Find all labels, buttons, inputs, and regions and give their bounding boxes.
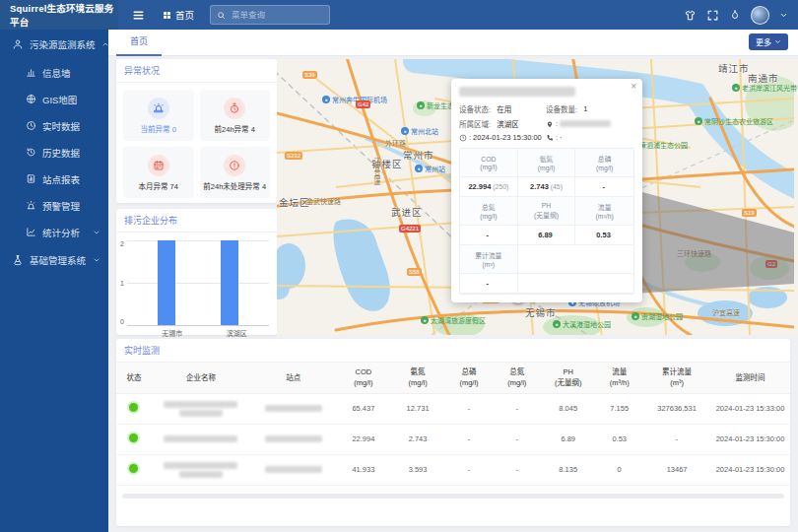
poi-marker-icon: ● — [695, 117, 702, 125]
metric-value: 0.53 — [575, 226, 633, 245]
status-dot-green — [129, 464, 138, 473]
horizontal-scrollbar[interactable] — [122, 494, 784, 499]
poi-marker-icon: ● — [401, 127, 409, 135]
map-canvas[interactable]: 靖江市南通市港市常州市钟楼区武进区金坛区无锡市滨湖区金武快速路三环快速路沪宜高速… — [277, 59, 798, 335]
tabbar: 首页 更多 — [108, 30, 798, 56]
sidebar-item-line-chart[interactable]: 统计分析 — [0, 219, 108, 245]
topbar-home-link[interactable]: 首页 — [163, 8, 194, 22]
sidebar-item-report[interactable]: 站点报表 — [0, 166, 108, 192]
bar-chart: 210 — [116, 233, 277, 326]
table-row[interactable]: 22.9942.743--6.890.53-2024-01-23 15:30:0… — [116, 424, 790, 454]
column-header: 氨氮(mg/l) — [391, 363, 445, 393]
column-header: PH(无量纲) — [541, 363, 595, 393]
value-cell: - — [493, 393, 541, 424]
popup-close-icon[interactable]: × — [631, 82, 636, 92]
sidebar-item-clock[interactable]: 实时数据 — [0, 112, 108, 139]
stat-grid: 当前异常 0前24h异常 4本月异常 74前24h未处理异常 4 — [116, 83, 277, 205]
fullscreen-icon[interactable] — [706, 9, 719, 22]
value-cell: 12.731 — [391, 393, 445, 424]
map-city-label: 金坛区 — [279, 195, 310, 209]
map-poi-label[interactable]: ●常州站 — [415, 164, 445, 173]
map-poi-label[interactable]: ●大溪港湿地公园 — [553, 319, 611, 329]
map-city-label: 武进区 — [391, 205, 423, 219]
clock-icon — [26, 120, 36, 131]
metric-header: 总氮(mg/l) — [460, 197, 518, 226]
search-input[interactable] — [230, 9, 312, 21]
y-tick: 0 — [120, 318, 124, 325]
value-cell: 2024-01-23 15:30:00 — [710, 454, 790, 485]
sidebar-item-info-wall[interactable]: 信息墙 — [0, 59, 108, 86]
station-popup: × 设备状态: 在用 设备数量: 1 所属区域: 滨湖区 : — [451, 79, 642, 302]
monitor-table-header: 状态企业名称站点COD(mg/l)氨氮(mg/l)总磷(mg/l)总氮(mg/l… — [116, 363, 790, 393]
value-cell: 0.53 — [595, 424, 643, 454]
phone-prefix: : — [556, 133, 558, 142]
sidebar-item-globe[interactable]: GIS地图 — [0, 86, 108, 112]
road-number-badge: G42 — [356, 100, 370, 108]
value-cell: 2024-01-23 15:30:00 — [710, 424, 790, 454]
flask-icon — [12, 254, 24, 266]
abnormal-status-panel: 异常状况 当前异常 0前24h异常 4本月异常 74前24h未处理异常 4 — [116, 59, 277, 203]
map-poi-label[interactable]: ●常州北站 — [401, 126, 438, 136]
flame-icon[interactable] — [729, 9, 741, 21]
user-chevron-down-icon[interactable] — [779, 11, 788, 20]
company-cell — [152, 393, 250, 424]
map-poi-label[interactable]: ●常州奔牛国际机场 — [322, 95, 387, 104]
map-poi-label[interactable]: ●太湖湾旅游度假区 — [421, 315, 486, 325]
company-cell — [152, 424, 250, 454]
metric-header: 总磷(mg/l) — [575, 149, 633, 177]
report-icon — [26, 173, 36, 184]
map-road-label: 金武快速路 — [306, 196, 341, 206]
menu-toggle-icon[interactable] — [132, 9, 145, 22]
status-cell — [116, 454, 152, 485]
sidebar-menu: 污染源监测系统信息墙GIS地图实时数据历史数据站点报表预警管理统计分析基础管理系… — [0, 30, 108, 275]
value-cell: 8.135 — [541, 454, 595, 485]
sidebar-section-1[interactable]: 基础管理系统 — [0, 245, 108, 275]
map-poi-label[interactable]: ●常阴沙生态农业旅游区 — [695, 116, 773, 126]
table-row[interactable]: 41.9333.593--8.1350134672024-01-23 15:30… — [116, 454, 790, 485]
sidebar-item-history[interactable]: 历史数据 — [0, 139, 108, 166]
chart-plot — [127, 240, 269, 326]
tab-home[interactable]: 首页 — [116, 30, 162, 56]
monitor-table-body: 65.43712.731--8.0457.155327636.5312024-0… — [116, 393, 790, 485]
x-tick: 无锡市 — [140, 328, 205, 338]
phone-icon — [546, 134, 554, 142]
map-poi-label[interactable]: ●老洪岸滨江风光带 — [732, 83, 797, 93]
column-header: 总磷(mg/l) — [445, 363, 494, 393]
poi-marker-icon: ● — [553, 320, 561, 328]
sidebar-section-0[interactable]: 污染源监测系统 — [0, 30, 108, 59]
popup-metrics: COD(mg/l)氨氮(mg/l)总磷(mg/l)22.994(250)2.74… — [459, 148, 634, 295]
column-header: 企业名称 — [152, 363, 250, 393]
y-tick: 2 — [120, 240, 124, 247]
popup-title-redacted — [459, 87, 575, 97]
poi-marker-icon: ● — [417, 101, 425, 109]
region-value: 滨湖区 — [497, 118, 519, 129]
app-logo: Squirrel生态环境云服务平台 — [0, 0, 118, 30]
grid-icon — [163, 11, 171, 20]
value-cell: - — [445, 393, 494, 424]
theme-skin-icon[interactable] — [684, 9, 697, 22]
avatar[interactable] — [751, 6, 769, 25]
chart-x-labels: 无锡市滨湖区 — [132, 326, 277, 338]
warn-icon — [224, 155, 245, 176]
globe-icon — [26, 94, 36, 104]
status-cell — [116, 424, 152, 454]
status-dot-green — [129, 433, 138, 442]
address-prefix: : — [556, 119, 558, 128]
menu-search[interactable] — [210, 5, 330, 25]
sidebar: 污染源监测系统信息墙GIS地图实时数据历史数据站点报表预警管理统计分析基础管理系… — [0, 30, 108, 532]
phone-value: · — [560, 133, 563, 142]
sidebar-item-alarm[interactable]: 预警管理 — [0, 192, 108, 219]
map-poi-label[interactable]: ●贡湖湿地公园 — [632, 311, 683, 321]
road-number-badge: G4221 — [399, 225, 421, 233]
monitor-panel-title: 实时监测 — [116, 339, 790, 363]
more-button[interactable]: 更多 — [749, 33, 788, 50]
table-row[interactable]: 65.43712.731--8.0457.155327636.5312024-0… — [116, 393, 790, 424]
metric-value: - — [460, 226, 518, 245]
status-dot-green — [129, 403, 138, 412]
road-number-badge: S19 — [742, 209, 757, 217]
realtime-monitor-panel: 实时监测 状态企业名称站点COD(mg/l)氨氮(mg/l)总磷(mg/l)总氮… — [116, 339, 790, 526]
column-header: 累计流量(m³) — [643, 363, 710, 393]
abnormal-panel-title: 异常状况 — [116, 59, 277, 83]
map-city-label: 靖江市 — [718, 61, 750, 75]
value-cell: - — [493, 424, 541, 454]
